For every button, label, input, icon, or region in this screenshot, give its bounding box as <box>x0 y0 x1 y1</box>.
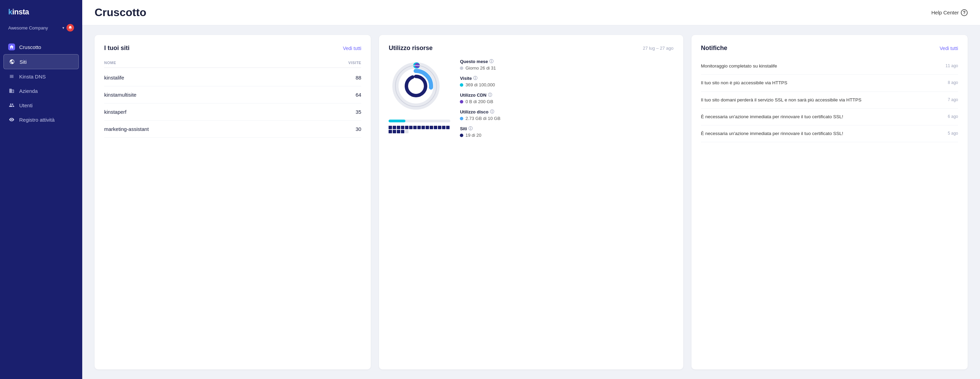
users-icon <box>8 102 15 108</box>
stat-item: Utilizzo CDN ⓘ 0 B di 200 GB <box>460 92 673 104</box>
svg-point-4 <box>406 76 426 96</box>
notifications-header: Notifiche Vedi tutti <box>701 45 958 52</box>
notification-item[interactable]: È necessaria un'azione immediata per rin… <box>701 108 958 126</box>
dns-icon <box>8 73 15 80</box>
stat-item: Visite ⓘ 369 di 100,000 <box>460 75 673 88</box>
notification-bell[interactable] <box>67 24 74 32</box>
notification-item[interactable]: Il tuo sito non è più accessibile via HT… <box>701 75 958 91</box>
pixel-cell <box>393 126 396 129</box>
table-row[interactable]: marketing-assistant 30 <box>104 121 361 138</box>
company-name: Awesome Company <box>8 25 60 30</box>
home-icon <box>8 43 15 50</box>
page-title: Cruscotto <box>95 6 146 19</box>
pixel-cell <box>401 130 404 133</box>
pixel-cell <box>434 126 437 129</box>
sidebar-item-label: Kinsta DNS <box>19 74 46 80</box>
notification-item[interactable]: Monitoraggio completato su kinstalife 11… <box>701 58 958 75</box>
help-center-label: Help Center <box>931 10 959 16</box>
stat-dot <box>460 117 463 120</box>
stat-item: Questo mese ⓘ Giorno 26 di 31 <box>460 59 673 71</box>
pixel-cell <box>401 126 404 129</box>
site-visits: 35 <box>356 109 361 115</box>
kinsta-logo: kinsta <box>8 8 29 16</box>
info-icon: ⓘ <box>473 75 477 81</box>
stat-label: Visite ⓘ <box>460 75 673 81</box>
date-range: 27 lug – 27 ago <box>643 46 674 51</box>
help-center-button[interactable]: Help Center ? <box>931 9 968 16</box>
stat-item: Siti ⓘ 19 di 20 <box>460 126 673 138</box>
stat-value: 19 di 20 <box>460 133 673 138</box>
site-visits: 30 <box>356 126 361 132</box>
sites-view-all-link[interactable]: Vedi tutti <box>343 46 361 51</box>
pixel-cell <box>430 126 433 129</box>
resources-title: Utilizzo risorse <box>388 45 433 52</box>
help-icon: ? <box>961 9 968 16</box>
sidebar-item-label: Azienda <box>19 88 38 94</box>
stat-dot <box>460 100 463 104</box>
stat-item: Utilizzo disco ⓘ 2.73 GB di 10 GB <box>460 109 673 121</box>
pixel-cell <box>446 126 450 129</box>
site-visits: 88 <box>356 75 361 81</box>
table-row[interactable]: kinstalife 88 <box>104 69 361 86</box>
site-name: marketing-assistant <box>104 126 356 132</box>
notif-text: È necessaria un'azione immediata per rin… <box>701 113 942 120</box>
notif-text: È necessaria un'azione immediata per rin… <box>701 130 942 137</box>
pixel-cell <box>388 130 392 133</box>
stat-dot <box>460 83 463 87</box>
resources-card: Utilizzo risorse 27 lug – 27 ago <box>379 35 683 369</box>
pixel-cell <box>417 126 421 129</box>
sidebar-item-sites[interactable]: Siti <box>3 54 79 69</box>
pixel-cell <box>409 126 412 129</box>
stat-value: 2.73 GB di 10 GB <box>460 116 673 121</box>
table-row[interactable]: kinstamultisite 64 <box>104 86 361 104</box>
sites-pixel-grid <box>388 126 450 133</box>
company-selector[interactable]: Awesome Company ▾ <box>0 21 82 37</box>
stat-value: 0 B di 200 GB <box>460 99 673 104</box>
logo-area: kinsta <box>0 0 82 21</box>
activity-icon <box>8 116 15 123</box>
notif-date: 11 ago <box>945 64 958 68</box>
sidebar-item-dashboard[interactable]: Cruscotto <box>0 40 82 54</box>
sidebar-item-dns[interactable]: Kinsta DNS <box>0 69 82 84</box>
info-icon: ⓘ <box>490 109 494 115</box>
notifications-view-all[interactable]: Vedi tutti <box>940 46 958 51</box>
progress-section <box>388 119 450 133</box>
topbar: Cruscotto Help Center ? <box>82 0 980 25</box>
pixel-cell <box>426 126 429 129</box>
main-content: Cruscotto Help Center ? I tuoi siti Vedi… <box>82 0 980 379</box>
sidebar: kinsta Awesome Company ▾ Cruscotto Siti <box>0 0 82 379</box>
notif-date: 7 ago <box>948 97 958 102</box>
pixel-cell <box>422 126 425 129</box>
stats-list: Questo mese ⓘ Giorno 26 di 31 Visite ⓘ 3… <box>460 59 673 138</box>
notification-item[interactable]: È necessaria un'azione immediata per rin… <box>701 126 958 142</box>
sidebar-item-label: Registro attività <box>19 117 54 123</box>
donut-chart-area <box>388 59 450 133</box>
notifications-list: Monitoraggio completato su kinstalife 11… <box>701 58 958 142</box>
donut-container <box>388 59 444 113</box>
sidebar-item-label: Siti <box>19 59 27 65</box>
sites-table-header: NOME VISITE <box>104 58 361 68</box>
sidebar-nav: Cruscotto Siti Kinsta DNS Azienda <box>0 37 82 379</box>
stat-dot <box>460 67 463 70</box>
notification-item[interactable]: Il tuo sito domani perderà il servizio S… <box>701 92 958 108</box>
pixel-cell <box>405 126 409 129</box>
info-icon: ⓘ <box>489 59 493 64</box>
sites-icon <box>9 58 16 65</box>
stat-label: Utilizzo disco ⓘ <box>460 109 673 115</box>
chevron-down-icon: ▾ <box>62 26 64 30</box>
pixel-cell <box>397 126 400 129</box>
site-name: kinstalife <box>104 75 356 81</box>
sidebar-item-registro[interactable]: Registro attività <box>0 112 82 127</box>
sidebar-item-azienda[interactable]: Azienda <box>0 84 82 98</box>
pixel-cell <box>438 126 441 129</box>
notif-date: 5 ago <box>948 131 958 136</box>
donut-svg <box>388 59 444 113</box>
sidebar-item-utenti[interactable]: Utenti <box>0 98 82 112</box>
info-icon: ⓘ <box>488 92 492 98</box>
notif-date: 6 ago <box>948 114 958 119</box>
sidebar-item-label: Utenti <box>19 102 33 108</box>
site-visits: 64 <box>356 92 361 98</box>
sites-card-title: I tuoi siti <box>104 45 129 52</box>
table-row[interactable]: kinstaperf 35 <box>104 104 361 121</box>
stat-label: Siti ⓘ <box>460 126 673 132</box>
